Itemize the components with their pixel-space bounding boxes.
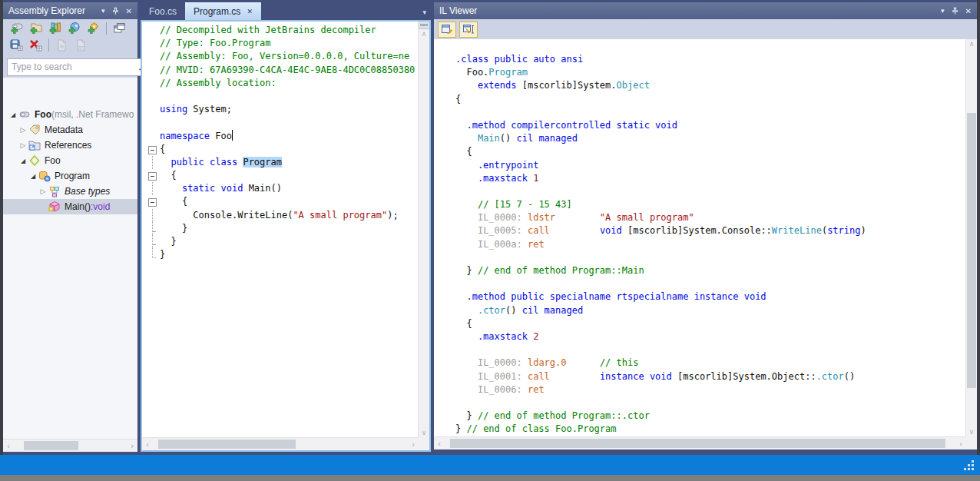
code-editor[interactable]: // Decompiled with JetBrains decompiler/… <box>141 20 431 452</box>
code-segment: Main() <box>243 183 282 194</box>
code-segment: .class public auto ansi <box>455 54 583 65</box>
open-assembly-button[interactable] <box>7 21 25 37</box>
sync-with-editor-button[interactable] <box>438 22 456 38</box>
tree-item-base-types[interactable]: ▷Base types <box>3 184 137 199</box>
scroll-up-icon[interactable]: ∧ <box>419 29 429 39</box>
tree-item-foo[interactable]: ◢Foo <box>3 153 137 168</box>
references-folder-icon <box>28 139 41 151</box>
scroll-right-icon[interactable]: › <box>127 441 137 450</box>
scroll-left-icon[interactable]: ‹ <box>3 441 14 450</box>
assembly-explorer-hscrollbar[interactable]: ‹ › <box>3 439 137 452</box>
code-line: static void Main() <box>142 182 419 195</box>
assembly-tree[interactable]: ◢Foo (msil, .Net Framewo▷Metadata▷Refere… <box>3 78 137 439</box>
editor-split-grip[interactable] <box>419 22 429 29</box>
toolbar-separator <box>48 39 49 51</box>
code-segment: using <box>160 104 187 114</box>
follow-caret-icon <box>462 23 475 35</box>
collapsed-arrow-icon[interactable]: ▷ <box>38 187 48 195</box>
close-icon[interactable]: ✕ <box>126 7 132 15</box>
scroll-down-icon[interactable]: ∨ <box>419 428 429 438</box>
tree-item-metadata[interactable]: ▷Metadata <box>3 122 137 138</box>
tree-item-foo[interactable]: ◢Foo (msil, .Net Framewo <box>3 107 137 122</box>
tree-item-references[interactable]: ▷References <box>3 138 137 153</box>
code-segment: ) <box>860 225 866 236</box>
open-folder-button[interactable] <box>26 21 45 37</box>
expanded-arrow-icon[interactable]: ◢ <box>28 173 38 180</box>
expanded-arrow-icon[interactable]: ◢ <box>18 158 28 164</box>
class-icon <box>38 170 51 182</box>
code-segment: "A small program" <box>600 212 694 223</box>
svg-text:PDB: PDB <box>78 47 84 50</box>
code-segment: // [15 7 - 15 43] <box>478 199 572 210</box>
tab-label: Program.cs <box>194 6 240 17</box>
code-segment: ret <box>528 384 545 395</box>
pin-icon[interactable] <box>111 7 120 15</box>
tree-item-program[interactable]: ◢Program <box>3 168 137 184</box>
code-line: IL_0000: ldarg.0 // this <box>455 357 966 370</box>
il-code-area[interactable]: .class public auto ansi Foo.Program exte… <box>434 39 966 437</box>
scroll-right-icon[interactable]: › <box>955 439 966 448</box>
il-viewer-panel: IL Viewer ▾ ✕ .class public auto ansi Fo… <box>434 2 977 449</box>
explore-windows-button[interactable] <box>110 21 128 37</box>
save-assembly-list-button[interactable] <box>7 38 25 54</box>
fold-box-icon[interactable] <box>148 172 157 181</box>
tab-close-icon[interactable]: ✕ <box>247 8 253 15</box>
scroll-down-icon[interactable]: ∨ <box>966 427 977 437</box>
close-icon[interactable]: ✕ <box>965 7 972 15</box>
editor-panel: Foo.csProgram.cs✕ ▾ // Decompiled with J… <box>141 2 431 452</box>
fold-box-icon[interactable] <box>148 198 157 207</box>
follow-caret-button[interactable] <box>459 22 478 38</box>
attach-process-button[interactable] <box>84 21 102 37</box>
il-vscrollbar[interactable]: ∧ ∨ <box>965 39 977 437</box>
il-code-view[interactable]: .class public auto ansi Foo.Program exte… <box>434 39 977 449</box>
open-from-nuget-button[interactable] <box>65 21 83 37</box>
code-segment: ldarg.0 <box>528 357 567 368</box>
scrollbar-corner <box>966 437 977 449</box>
pin-icon[interactable] <box>951 7 959 15</box>
scroll-left-icon[interactable]: ‹ <box>142 440 153 449</box>
il-hscrollbar[interactable]: ‹ › <box>434 436 966 449</box>
tree-item-type: :void <box>91 201 110 212</box>
collapsed-arrow-icon[interactable]: ▷ <box>18 141 28 149</box>
panel-menu-chevron-icon[interactable]: ▾ <box>941 7 945 15</box>
scroll-right-icon[interactable]: › <box>408 440 419 449</box>
open-from-gac-button[interactable] <box>45 21 64 37</box>
resize-grip-icon[interactable] <box>972 468 974 470</box>
code-segment: () <box>500 133 517 144</box>
editor-hscrollbar[interactable]: ‹ › <box>142 437 419 450</box>
code-line: // Assembly: Foo, Version=0.0.0.0, Cultu… <box>142 50 419 63</box>
tree-item-main-[interactable]: Main():void <box>3 199 137 214</box>
scrollbar-thumb[interactable] <box>24 441 78 450</box>
code-segment: cil managed <box>517 133 578 144</box>
il-viewer-titlebar[interactable]: IL Viewer ▾ ✕ <box>434 2 977 19</box>
code-line: // MVID: 67A69390-C4CA-4E4C-9AE8-4DC0C08… <box>142 64 419 77</box>
panel-menu-chevron-icon[interactable]: ▾ <box>101 7 105 15</box>
code-line: { <box>142 143 419 156</box>
scrollbar-thumb[interactable] <box>158 440 296 449</box>
editor-code-area[interactable]: // Decompiled with JetBrains decompiler/… <box>142 22 419 438</box>
fold-box-icon[interactable] <box>148 146 157 154</box>
remove-assembly-button[interactable] <box>26 38 45 54</box>
expanded-arrow-icon[interactable]: ◢ <box>8 111 18 118</box>
code-segment: // Assembly location: <box>160 78 276 88</box>
tab-foo-cs[interactable]: Foo.cs <box>141 2 185 20</box>
code-line: Foo.Program <box>455 66 966 79</box>
code-segment: .maxstack <box>455 173 528 184</box>
assembly-explorer-titlebar[interactable]: Assembly Explorer ▾ ✕ <box>3 2 137 19</box>
scrollbar-thumb[interactable] <box>450 439 945 448</box>
code-segment: void <box>221 183 243 194</box>
tab-program-cs[interactable]: Program.cs✕ <box>185 2 261 20</box>
code-segment: cil managed <box>522 305 583 316</box>
search-row <box>3 56 137 78</box>
scroll-up-icon[interactable]: ∧ <box>966 39 977 49</box>
collapsed-arrow-icon[interactable]: ▷ <box>18 126 28 134</box>
code-line: { <box>455 93 966 106</box>
code-line: .entrypoint <box>455 159 966 172</box>
scrollbar-thumb[interactable] <box>967 113 976 388</box>
search-input[interactable] <box>8 61 134 72</box>
tab-list-chevron-icon[interactable]: ▾ <box>422 8 426 16</box>
code-segment: // MVID: 67A69390-C4CA-4E4C-9AE8-4DC0C08… <box>160 65 415 75</box>
editor-vscrollbar[interactable]: ∧ ∨ <box>418 22 429 438</box>
scroll-left-icon[interactable]: ‹ <box>434 439 445 448</box>
code-segment: .method compilercontrolled static void <box>455 120 677 131</box>
